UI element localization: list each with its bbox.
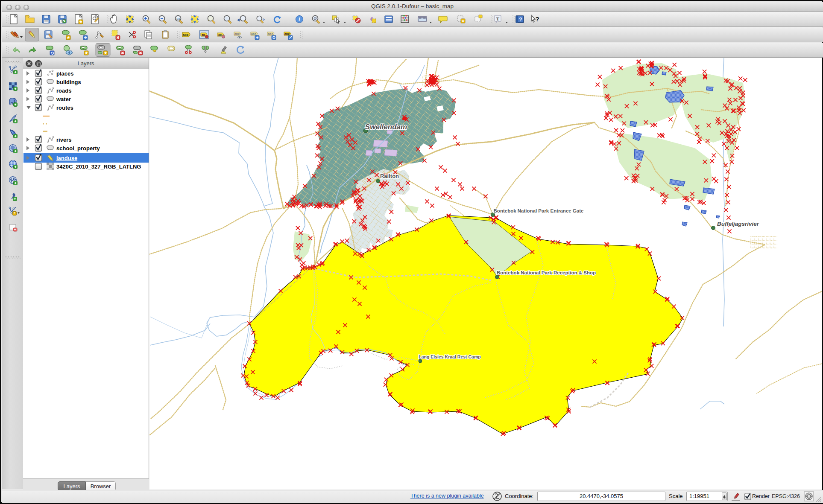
svg-text:1:1: 1:1 (176, 17, 180, 20)
svg-text:landuse: landuse (56, 155, 77, 161)
svg-text:abc: abc (234, 32, 240, 35)
svg-text:✎: ✎ (63, 19, 65, 23)
svg-text:rivers: rivers (56, 137, 71, 143)
svg-text:abc: abc (268, 32, 273, 35)
svg-text:ab: ab (202, 33, 205, 36)
svg-text:T: T (496, 16, 500, 21)
svg-text:Railton: Railton (380, 173, 399, 179)
svg-text:buildings: buildings (56, 79, 81, 85)
svg-text:Lang Elsies Kraal Rest Camp: Lang Elsies Kraal Rest Camp (419, 354, 480, 359)
svg-text:ab: ab (218, 33, 222, 36)
svg-text:abc: abc (284, 32, 290, 35)
svg-text:Bontebok National Park Recepti: Bontebok National Park Reception & Shop (497, 270, 596, 275)
svg-text:?: ? (519, 17, 522, 23)
svg-text:abc: abc (251, 32, 256, 35)
svg-text:school_property: school_property (56, 145, 100, 151)
svg-text:?: ? (535, 15, 539, 23)
svg-text:roads: roads (56, 87, 71, 94)
svg-text:*: * (14, 211, 15, 216)
svg-text:Swellendam: Swellendam (365, 123, 407, 131)
svg-text:Bontebok National Park Entranc: Bontebok National Park Entrance Gate (494, 208, 584, 213)
svg-text:Buffeljagsrivier: Buffeljagsrivier (717, 221, 759, 227)
svg-text:abc: abc (183, 33, 189, 37)
svg-text:water: water (56, 96, 71, 102)
svg-text:routes: routes (56, 105, 73, 111)
svg-text:places: places (56, 70, 73, 77)
svg-text:3420C_2010_327_RGB_LATLNG: 3420C_2010_327_RGB_LATLNG (56, 163, 141, 170)
